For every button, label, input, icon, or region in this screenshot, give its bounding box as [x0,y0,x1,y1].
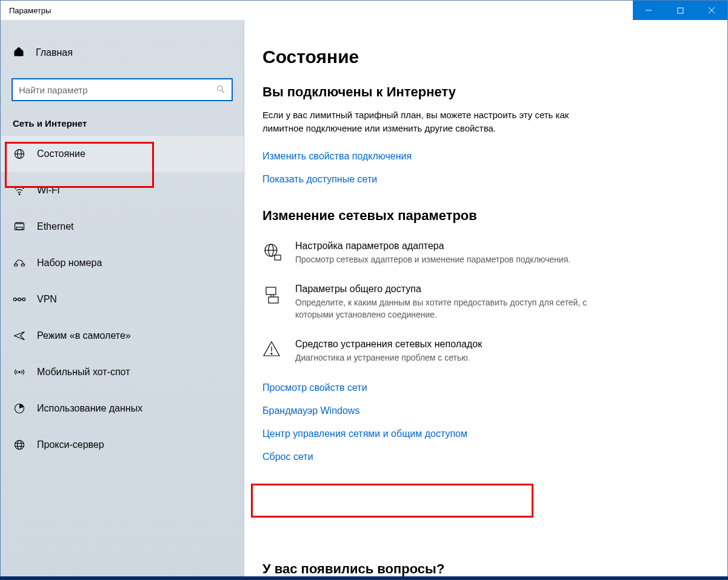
link-network-sharing-center[interactable]: Центр управления сетями и общим доступом [262,428,709,439]
block-title: Параметры общего доступа [295,284,602,295]
svg-point-9 [19,194,20,195]
sidebar-item-label: Режим «в самолете» [37,330,131,341]
sidebar-item-datausage[interactable]: Использование данных [1,390,244,427]
link-view-network-properties[interactable]: Просмотр свойств сети [262,382,709,393]
link-windows-firewall[interactable]: Брандмауэр Windows [262,405,709,416]
main-content: Состояние Вы подключены к Интернету Если… [244,20,727,579]
block-desc: Просмотр сетевых адаптеров и изменение п… [295,254,570,266]
hotspot-icon [13,366,26,378]
body: Главная Сеть и Интернет Состояние [1,20,727,579]
globe-icon [13,148,26,160]
sidebar-item-ethernet[interactable]: Ethernet [1,208,244,245]
svg-rect-1 [678,8,683,13]
ethernet-icon [13,221,26,233]
close-icon [708,7,715,14]
window-controls [633,1,727,20]
block-troubleshoot[interactable]: Средство устранения сетевых неполадок Ди… [262,339,602,364]
svg-point-15 [13,298,16,301]
svg-point-22 [15,441,24,450]
block-desc: Определите, к каким данным вы хотите пре… [295,297,602,321]
questions-heading: У вас появились вопросы? [262,561,444,577]
change-settings-heading: Изменение сетевых параметров [262,208,709,224]
svg-line-5 [222,90,224,93]
minimize-button[interactable] [633,1,664,20]
svg-point-35 [271,353,272,355]
titlebar: Параметры [1,1,727,20]
sidebar-section-title: Сеть и Интернет [1,118,244,136]
sharing-icon [262,284,284,321]
sidebar-item-label: Набор номера [37,258,102,268]
warning-icon [262,339,284,364]
block-desc: Диагностика и устранение проблем с сетью… [295,352,482,364]
vpn-icon [13,295,26,304]
block-text: Настройка параметров адаптера Просмотр с… [295,241,570,266]
block-title: Настройка параметров адаптера [295,241,570,252]
airplane-icon [13,330,26,342]
sidebar-home[interactable]: Главная [1,38,244,67]
block-adapter-settings[interactable]: Настройка параметров адаптера Просмотр с… [262,241,602,266]
minimize-icon [645,7,652,14]
connected-heading: Вы подключены к Интернету [262,84,709,100]
svg-point-16 [18,298,21,301]
block-text: Средство устранения сетевых неполадок Ди… [295,339,482,364]
home-icon [13,45,25,60]
sidebar-item-label: Ethernet [37,221,73,232]
block-sharing-settings[interactable]: Параметры общего доступа Определите, к к… [262,284,602,321]
svg-rect-11 [16,227,22,230]
wifi-icon [13,184,26,196]
sidebar-item-airplane[interactable]: Режим «в самолете» [1,318,244,354]
sidebar-home-label: Главная [36,47,73,58]
sidebar: Главная Сеть и Интернет Состояние [1,20,244,579]
maximize-button[interactable] [664,1,696,20]
sidebar-item-hotspot[interactable]: Мобильный хот-спот [1,354,244,390]
adapter-icon [262,241,284,266]
settings-window: Параметры Главная [0,0,728,580]
sidebar-item-label: Мобильный хот-спот [37,367,130,378]
window-title: Параметры [1,6,51,15]
svg-rect-31 [269,297,278,303]
connected-description: Если у вас лимитный тарифный план, вы мо… [262,108,590,135]
sidebar-item-dialup[interactable]: Набор номера [1,245,244,281]
page-title: Состояние [262,47,709,67]
sidebar-item-label: VPN [37,294,57,305]
sidebar-item-label: Использование данных [37,403,142,414]
svg-rect-29 [275,255,281,260]
link-show-available-networks[interactable]: Показать доступные сети [262,174,709,185]
search-input[interactable] [19,85,216,95]
sidebar-item-label: Прокси-сервер [37,439,104,450]
block-text: Параметры общего доступа Определите, к к… [295,284,602,321]
sidebar-item-proxy[interactable]: Прокси-сервер [1,427,244,463]
svg-point-23 [18,441,22,450]
sidebar-item-label: Wi-Fi [37,185,59,196]
maximize-icon [677,7,684,14]
svg-rect-14 [21,264,24,266]
sidebar-item-status[interactable]: Состояние [1,136,244,172]
dialup-icon [13,257,26,269]
proxy-icon [13,439,26,451]
link-network-reset[interactable]: Сброс сети [262,452,709,462]
close-button[interactable] [696,1,727,20]
svg-point-17 [22,298,25,301]
sidebar-item-label: Состояние [37,148,85,159]
svg-rect-13 [15,264,18,266]
svg-rect-30 [266,287,276,295]
search-wrap [12,78,233,101]
sidebar-item-vpn[interactable]: VPN [1,281,244,318]
block-title: Средство устранения сетевых неполадок [295,339,482,350]
sidebar-item-wifi[interactable]: Wi-Fi [1,172,244,208]
search-box[interactable] [12,78,233,101]
search-icon [216,84,225,96]
svg-point-4 [218,85,222,90]
link-change-connection-properties[interactable]: Изменить свойства подключения [262,151,709,162]
datausage-icon [13,402,26,415]
taskbar-strip [0,576,728,580]
svg-point-20 [19,372,21,373]
